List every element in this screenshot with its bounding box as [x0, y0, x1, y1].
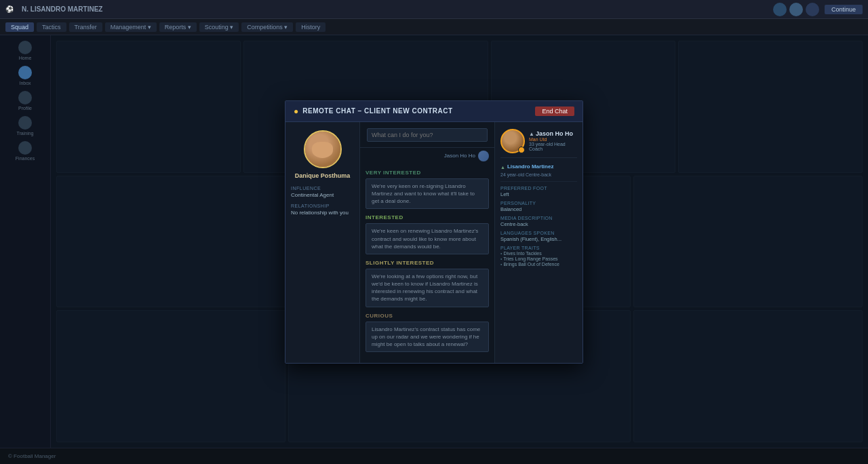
info-column: ▲ Jason Ho Ho Man Utd 33 year-old Head C…	[494, 122, 583, 363]
chat-icon: ●	[294, 107, 298, 116]
option-text-slightly[interactable]: We're looking at a few options right now…	[366, 269, 489, 307]
chat-input-area	[360, 122, 494, 148]
influence-label: INFLUENCE	[291, 186, 354, 191]
coach-desc: 33 year-old Head Coach	[529, 142, 577, 151]
option-level-very: VERY INTERESTED	[366, 170, 489, 176]
option-interested: INTERESTED We're keen on renewing Lisand…	[366, 214, 489, 254]
media-value: Centre-back	[500, 221, 577, 227]
player-name[interactable]: Lisandro Martinez	[507, 163, 553, 170]
coach-avatar	[500, 129, 525, 153]
languages-section: LANGUAGES SPOKEN Spanish (Fluent), Engli…	[500, 231, 577, 242]
agent-face	[305, 132, 340, 167]
modal-overlay: ● REMOTE CHAT – CLIENT NEW CONTRACT End …	[0, 0, 868, 464]
preferred-foot-section: PREFERRED FOOT Left	[500, 186, 577, 197]
relationship-value: No relationship with you	[291, 210, 354, 216]
from-label: Jason Ho Ho	[444, 153, 475, 159]
option-text-very[interactable]: We're very keen on re-signing Lisandro M…	[366, 178, 489, 210]
player-indicator: ▲	[500, 165, 505, 170]
trait-2: Brings Ball Out of Defence	[500, 262, 577, 267]
trait-1: Tries Long Range Passes	[500, 256, 577, 261]
coach-name: Jason Ho Ho	[536, 130, 573, 137]
chat-input[interactable]	[367, 128, 488, 142]
traits-section: PLAYER TRAITS Dives Into Tackles Tries L…	[500, 246, 577, 267]
media-section: MEDIA DESCRIPTION Centre-back	[500, 216, 577, 227]
agent-name: Danique Posthuma	[295, 172, 351, 179]
modal-header: ● REMOTE CHAT – CLIENT NEW CONTRACT End …	[285, 101, 583, 122]
personality-label: PERSONALITY	[500, 201, 577, 206]
coach-icon: ▲	[529, 131, 534, 137]
modal-header-left: ● REMOTE CHAT – CLIENT NEW CONTRACT	[294, 107, 453, 116]
trait-0: Dives Into Tackles	[500, 251, 577, 256]
influence-section: INFLUENCE Continental Agent	[291, 186, 354, 198]
languages-label: LANGUAGES SPOKEN	[500, 231, 577, 235]
influence-value: Continental Agent	[291, 192, 354, 198]
coach-header: ▲ Jason Ho Ho Man Utd 33 year-old Head C…	[500, 129, 577, 158]
modal-title: REMOTE CHAT – CLIENT NEW CONTRACT	[302, 107, 452, 115]
chat-message-from: Jason Ho Ho	[360, 148, 494, 164]
option-slightly-interested: SLIGHTLY INTERESTED We're looking at a f…	[366, 260, 489, 307]
media-label: MEDIA DESCRIPTION	[500, 216, 577, 220]
pref-foot-value: Left	[500, 191, 577, 197]
coach-info: ▲ Jason Ho Ho Man Utd 33 year-old Head C…	[529, 130, 577, 151]
option-curious: CURIOUS Lisandro Martinez's contract sta…	[366, 313, 489, 353]
personality-value: Balanced	[500, 206, 577, 212]
option-text-interested[interactable]: We're keen on renewing Lisandro Martinez…	[366, 223, 489, 254]
option-text-curious[interactable]: Lisandro Martinez's contract status has …	[366, 322, 489, 353]
traits-label: PLAYER TRAITS	[500, 246, 577, 250]
languages-value: Spanish (Fluent), English...	[500, 236, 577, 242]
option-level-slightly: SLIGHTLY INTERESTED	[366, 260, 489, 266]
pref-foot-label: PREFERRED FOOT	[500, 186, 577, 191]
coach-badge	[518, 147, 525, 153]
chat-column: Jason Ho Ho VERY INTERESTED We're very k…	[360, 122, 494, 363]
relationship-label: RELATIONSHIP	[291, 204, 354, 208]
relationship-section: RELATIONSHIP No relationship with you	[291, 204, 354, 216]
player-section: ▲ Lisandro Martinez 24 year-old Centre-b…	[500, 163, 577, 182]
agent-column: Danique Posthuma INFLUENCE Continental A…	[285, 122, 360, 363]
option-level-interested: INTERESTED	[366, 214, 489, 220]
end-chat-button[interactable]: End Chat	[535, 107, 574, 116]
from-avatar	[478, 151, 489, 161]
personality-section: PERSONALITY Balanced	[500, 201, 577, 212]
chat-options: VERY INTERESTED We're very keen on re-si…	[360, 164, 494, 363]
option-level-curious: CURIOUS	[366, 313, 489, 319]
agent-avatar	[304, 130, 342, 168]
modal-body: Danique Posthuma INFLUENCE Continental A…	[285, 122, 583, 363]
remote-chat-modal: ● REMOTE CHAT – CLIENT NEW CONTRACT End …	[285, 100, 583, 364]
coach-club: Man Utd	[529, 137, 577, 142]
option-very-interested: VERY INTERESTED We're very keen on re-si…	[366, 170, 489, 210]
player-age: 24 year-old Centre-back	[500, 172, 577, 177]
